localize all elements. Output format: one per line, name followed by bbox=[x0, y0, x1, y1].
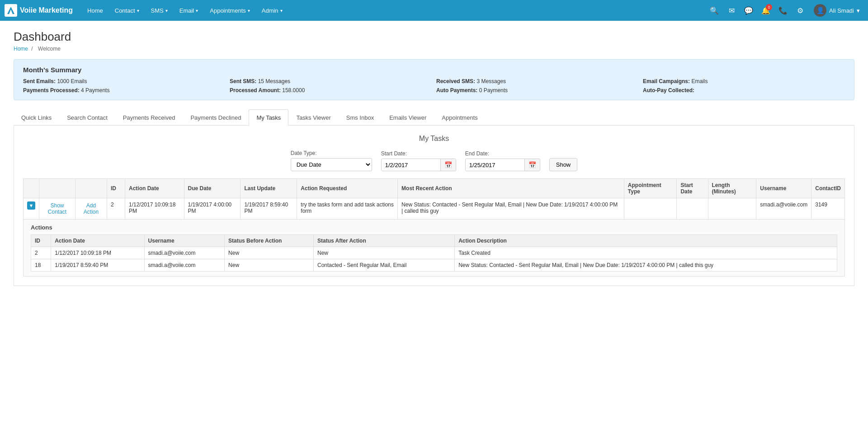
filter-row: Date Type: Due Date Action Date Start Da… bbox=[23, 150, 845, 171]
ath-username: Username bbox=[144, 235, 224, 247]
tasks-table-header-row: ID Action Date Due Date Last Update Acti… bbox=[24, 179, 845, 198]
summary-received-sms: Received SMS: 3 Messages bbox=[436, 78, 638, 84]
expand-row-button[interactable]: ▼ bbox=[27, 201, 35, 210]
end-date-input[interactable] bbox=[466, 159, 524, 171]
td-action-date: 1/12/2017 10:09:18 PM bbox=[125, 198, 184, 220]
date-type-group: Date Type: Due Date Action Date Start Da… bbox=[291, 150, 372, 171]
navbar: Voiie Marketing Home Contact ▾ SMS ▾ Ema… bbox=[0, 0, 868, 21]
tabs-bar: Quick Links Search Contact Payments Rece… bbox=[14, 109, 854, 126]
td-most-recent-action: New Status: Contacted - Sent Regular Mai… bbox=[398, 198, 624, 220]
atd-id-2: 18 bbox=[31, 259, 51, 271]
tasks-panel-title: My Tasks bbox=[23, 135, 845, 143]
summary-email-campaigns: Email Campaigns: Emails bbox=[643, 78, 845, 84]
bell-icon-btn[interactable]: 🔔 0 bbox=[759, 3, 773, 18]
td-show: Show Contact bbox=[39, 198, 75, 220]
th-username: Username bbox=[756, 179, 811, 198]
ath-action-date: Action Date bbox=[51, 235, 144, 247]
tasks-table-header: ID Action Date Due Date Last Update Acti… bbox=[24, 179, 845, 198]
phone-icon-btn[interactable]: 📞 bbox=[776, 3, 790, 18]
atd-date-2: 1/19/2017 8:59:40 PM bbox=[51, 259, 144, 271]
summary-processed-amount: Processed Amount: 158.0000 bbox=[230, 87, 432, 94]
date-type-label: Date Type: bbox=[291, 150, 372, 156]
nav-admin[interactable]: Admin ▾ bbox=[256, 0, 288, 21]
page-title: Dashboard bbox=[14, 30, 854, 44]
th-appointment-type: Appointment Type bbox=[624, 179, 677, 198]
summary-processed-amount-label: Processed Amount: bbox=[230, 87, 281, 94]
nav-email[interactable]: Email ▾ bbox=[174, 0, 204, 21]
start-date-input[interactable] bbox=[382, 159, 440, 171]
date-type-select[interactable]: Due Date Action Date Start Date bbox=[291, 158, 372, 171]
summary-sent-emails: Sent Emails: 1000 Emails bbox=[23, 78, 225, 84]
actions-header-row: ID Action Date Username Status Before Ac… bbox=[31, 235, 837, 247]
nav-contact[interactable]: Contact ▾ bbox=[109, 0, 145, 21]
nav-appointments-caret: ▾ bbox=[248, 8, 250, 13]
chat-icon-btn[interactable]: 💬 bbox=[741, 3, 756, 18]
user-avatar: 👤 bbox=[814, 4, 826, 17]
td-contact-id: 3149 bbox=[811, 198, 845, 220]
tasks-table-body: ▼ Show Contact Add Action 2 1/12/2017 10… bbox=[24, 198, 845, 276]
atd-after-2: Contacted - Sent Regular Mail, Email bbox=[314, 259, 455, 271]
brand-logo[interactable]: Voiie Marketing bbox=[5, 4, 73, 17]
breadcrumb-current: Welcome bbox=[38, 46, 61, 52]
td-last-update: 1/19/2017 8:59:40 PM bbox=[241, 198, 297, 220]
td-expand: ▼ bbox=[24, 198, 39, 220]
end-date-calendar-btn[interactable]: 📅 bbox=[524, 159, 540, 171]
actions-expanded-cell: Actions ID Action Date Username Status B… bbox=[24, 220, 845, 276]
breadcrumb: Home / Welcome bbox=[14, 46, 854, 52]
summary-auto-payments-label: Auto Payments: bbox=[436, 87, 477, 94]
tab-payments-declined[interactable]: Payments Declined bbox=[183, 109, 249, 126]
summary-autopay-collected: Auto-Pay Collected: bbox=[643, 87, 845, 94]
tasks-panel: My Tasks Date Type: Due Date Action Date… bbox=[14, 126, 854, 286]
summary-box: Month's Summary Sent Emails: 1000 Emails… bbox=[14, 59, 854, 100]
atd-user-1: smadi.a@voiie.com bbox=[144, 247, 224, 259]
search-icon-btn[interactable]: 🔍 bbox=[707, 3, 722, 18]
gear-icon-btn[interactable]: ⚙ bbox=[793, 3, 807, 18]
td-add: Add Action bbox=[75, 198, 107, 220]
atd-desc-1: Task Created bbox=[455, 247, 837, 259]
atd-after-1: New bbox=[314, 247, 455, 259]
show-contact-button[interactable]: Show Contact bbox=[43, 201, 71, 216]
show-button[interactable]: Show bbox=[549, 158, 578, 171]
action-row-1: 2 1/12/2017 10:09:18 PM smadi.a@voiie.co… bbox=[31, 247, 837, 259]
tab-my-tasks[interactable]: My Tasks bbox=[249, 109, 288, 126]
nav-home[interactable]: Home bbox=[82, 0, 108, 21]
th-action-date: Action Date bbox=[125, 179, 184, 198]
nav-appointments[interactable]: Appointments ▾ bbox=[204, 0, 255, 21]
td-length bbox=[708, 198, 756, 220]
tab-search-contact[interactable]: Search Contact bbox=[59, 109, 115, 126]
start-date-group: Start Date: 📅 bbox=[381, 150, 456, 171]
table-row: ▼ Show Contact Add Action 2 1/12/2017 10… bbox=[24, 198, 845, 220]
td-username: smadi.a@voiie.com bbox=[756, 198, 811, 220]
th-due-date: Due Date bbox=[184, 179, 241, 198]
add-action-button[interactable]: Add Action bbox=[79, 201, 103, 216]
tab-payments-received[interactable]: Payments Received bbox=[115, 109, 183, 126]
tab-emails-viewer[interactable]: Emails Viewer bbox=[382, 109, 434, 126]
th-add bbox=[75, 179, 107, 198]
atd-desc-2: New Status: Contacted - Sent Regular Mai… bbox=[455, 259, 837, 271]
nav-admin-caret: ▾ bbox=[280, 8, 283, 13]
breadcrumb-home[interactable]: Home bbox=[14, 46, 28, 52]
td-action-requested: try the tasks form and add task actions … bbox=[297, 198, 398, 220]
start-date-calendar-btn[interactable]: 📅 bbox=[440, 159, 456, 171]
summary-grid: Sent Emails: 1000 Emails Sent SMS: 15 Me… bbox=[23, 78, 845, 94]
summary-autopay-collected-label: Auto-Pay Collected: bbox=[643, 87, 694, 94]
summary-title: Month's Summary bbox=[23, 66, 845, 74]
summary-sent-sms-label: Sent SMS: bbox=[230, 78, 256, 84]
nav-sms[interactable]: SMS ▾ bbox=[146, 0, 173, 21]
tab-appointments[interactable]: Appointments bbox=[434, 109, 486, 126]
th-expand bbox=[24, 179, 39, 198]
th-length: Length (Minutes) bbox=[708, 179, 756, 198]
tab-sms-inbox[interactable]: Sms Inbox bbox=[339, 109, 382, 126]
brand-logo-icon bbox=[5, 4, 17, 17]
tab-tasks-viewer[interactable]: Tasks Viewer bbox=[288, 109, 338, 126]
actions-section: Actions ID Action Date Username Status B… bbox=[24, 220, 844, 276]
nav-sms-caret: ▾ bbox=[165, 8, 168, 13]
user-caret-icon: ▾ bbox=[857, 7, 860, 14]
tab-quick-links[interactable]: Quick Links bbox=[14, 109, 59, 126]
mail-icon-btn[interactable]: ✉ bbox=[724, 3, 739, 18]
brand-name: Voiie Marketing bbox=[20, 6, 73, 14]
user-menu[interactable]: 👤 Ali Smadi ▾ bbox=[810, 4, 863, 17]
actions-table: ID Action Date Username Status Before Ac… bbox=[31, 234, 837, 271]
ath-id: ID bbox=[31, 235, 51, 247]
th-start-date: Start Date bbox=[677, 179, 708, 198]
